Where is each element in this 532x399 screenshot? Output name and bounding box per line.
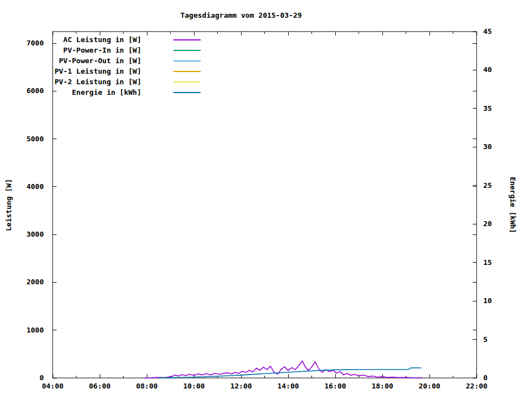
y-tick-label: 0 — [39, 374, 44, 382]
legend-label-pv_out: PV-Power-Out in [W] — [59, 57, 141, 65]
y2-tick-label: 20 — [483, 219, 492, 228]
y-tick-label: 2000 — [27, 278, 44, 286]
legend-label-energie: Energie in [kWh] — [72, 88, 141, 96]
x-tick-label: 18:00 — [371, 382, 393, 390]
y-tick-label: 7000 — [27, 39, 44, 47]
y-tick-label: 6000 — [27, 86, 44, 95]
y2-tick-label: 40 — [483, 65, 492, 74]
y-axis-title: Leistung [W] — [4, 179, 13, 231]
y-tick-label: 1000 — [27, 326, 44, 334]
y2-tick-label: 25 — [483, 181, 492, 190]
y2-tick-label: 45 — [483, 27, 492, 35]
x-tick-label: 14:00 — [277, 382, 299, 390]
legend-label-pv2: PV-2 Leistung in [W] — [54, 78, 141, 86]
x-tick-label: 06:00 — [89, 382, 110, 390]
legend-label-pv1: PV-1 Leistung in [W] — [54, 67, 141, 75]
y-axis-left: 01000200030004000500060007000 — [27, 39, 57, 382]
legend-label-ac: AC Leistung in [W] — [63, 35, 141, 44]
y2-tick-label: 15 — [483, 258, 492, 267]
y-axis-right: 051015202530354045 — [473, 27, 492, 382]
gnuplot-window: Tagesdiagramm vom 2015-03-29 04:0006:000… — [0, 0, 532, 399]
y2-tick-label: 10 — [483, 296, 492, 305]
legend-label-pv_in: PV-Power-In in [W] — [63, 46, 141, 54]
legend: AC Leistung in [W]PV-Power-In in [W]PV-P… — [54, 35, 201, 96]
x-tick-label: 22:00 — [466, 382, 487, 390]
y-tick-label: 4000 — [27, 182, 44, 191]
y2-tick-label: 35 — [483, 104, 492, 112]
x-tick-label: 10:00 — [183, 382, 204, 390]
x-tick-label: 20:00 — [418, 382, 440, 390]
x-tick-label: 04:00 — [42, 382, 63, 390]
daily-chart: 04:0006:0008:0010:0012:0014:0016:0018:00… — [0, 0, 532, 399]
x-tick-label: 16:00 — [324, 382, 346, 390]
y2-tick-label: 0 — [483, 374, 488, 382]
y-tick-label: 3000 — [27, 230, 44, 238]
x-tick-label: 12:00 — [230, 382, 252, 390]
x-tick-label: 08:00 — [136, 382, 157, 390]
y2-tick-label: 30 — [483, 142, 492, 151]
y2-axis-title: Energie [kWh] — [509, 177, 517, 233]
y2-tick-label: 5 — [483, 335, 488, 344]
y-tick-label: 5000 — [27, 135, 44, 143]
